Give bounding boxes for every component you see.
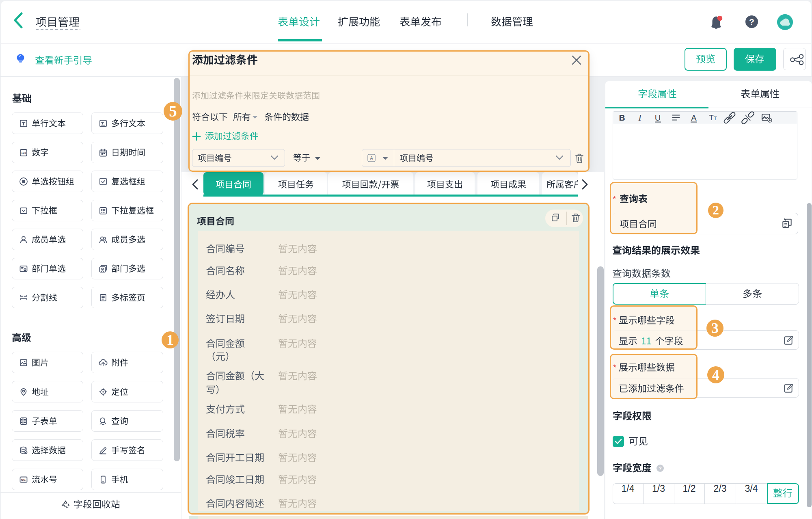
svg-text:A: A	[691, 113, 697, 122]
svg-text:NO.: NO.	[21, 478, 26, 481]
svg-text:?: ?	[749, 17, 754, 26]
svg-text:I: I	[638, 113, 642, 123]
svg-text:U: U	[655, 113, 661, 122]
svg-text:TT: TT	[709, 113, 717, 122]
svg-text:?: ?	[659, 465, 662, 471]
svg-text:A: A	[370, 156, 373, 161]
svg-text:B: B	[619, 113, 625, 122]
svg-text:123: 123	[21, 151, 26, 154]
